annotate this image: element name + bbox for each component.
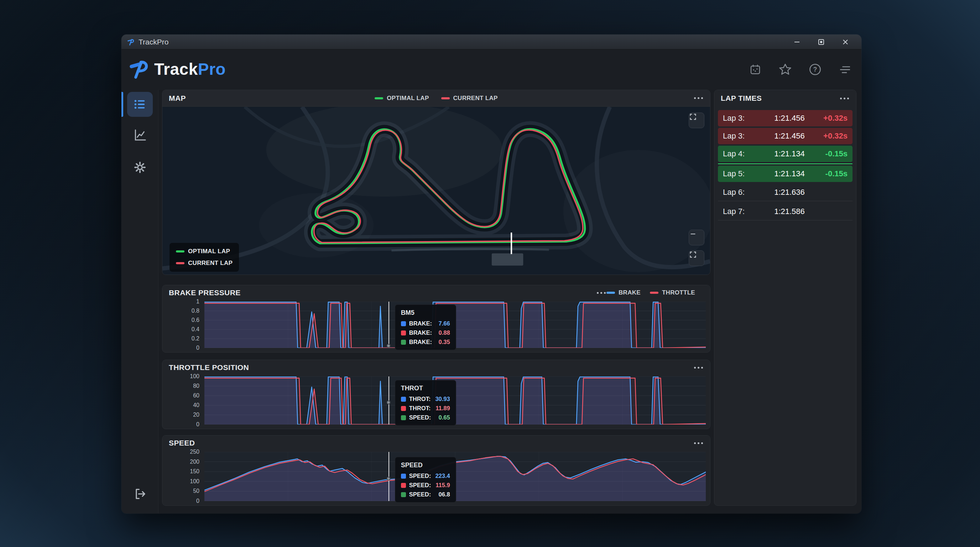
lap-row[interactable]: Lap 3:1:21.456+0.32s [718, 110, 853, 126]
menu-button[interactable] [838, 62, 852, 76]
map-panel: MAP OPTIMAL LAP CURRENT LAP [162, 90, 710, 275]
track-map-canvas[interactable]: OPTIMAL LAP CURRENT LAP [162, 107, 710, 275]
speed-y-axis: 250200150100500 [162, 452, 204, 501]
titlebar: TrackPro [121, 35, 861, 49]
speed-more-menu[interactable] [693, 439, 704, 447]
optimal-lap-label: OPTIMAL LAP [188, 248, 230, 255]
map-panel-header: MAP OPTIMAL LAP CURRENT LAP [162, 90, 710, 107]
cursor-marker [387, 400, 390, 404]
speed-chart-plot[interactable]: SPEED SPEED:223.4 SPEED:115.9 SPEED:06.8 [204, 452, 706, 501]
tooltip-title: THROT [401, 385, 450, 392]
green-swatch [401, 492, 406, 497]
maximize-icon [817, 38, 826, 46]
current-lap-swatch [176, 262, 185, 264]
trackpro-logo-icon [129, 59, 150, 80]
red-swatch [401, 483, 406, 488]
sidebar-item-telemetry[interactable] [127, 92, 153, 117]
chart-icon [133, 128, 147, 142]
map-expand-button[interactable] [689, 250, 705, 266]
session-calendar-icon [749, 63, 762, 76]
minimize-button[interactable] [787, 35, 807, 49]
throttle-y-axis: 100806040200 [162, 377, 204, 425]
fullscreen-icon [689, 113, 697, 121]
tooltip-title: BM5 [401, 309, 450, 316]
close-icon [841, 38, 850, 46]
selected-lap-divider [718, 164, 853, 164]
brake-more-menu[interactable] [596, 289, 606, 297]
green-swatch [401, 340, 406, 345]
lap-row[interactable]: Lap 7:1:21.586 [718, 203, 853, 221]
lap-row[interactable]: Lap 4:1:21.134-0.15s [718, 146, 853, 162]
telemetry-list-icon [134, 98, 146, 111]
sidebar-item-logout[interactable] [121, 487, 159, 501]
chart-cursor [388, 302, 389, 348]
favorites-button[interactable] [778, 62, 792, 76]
trackpro-window: TrackPro TrackPro [121, 35, 861, 514]
brake-panel-header: BRAKE PRESSURE BRAKE THROTTLE [162, 285, 710, 300]
active-indicator [121, 92, 123, 117]
sidebar-item-analytics[interactable] [121, 128, 159, 142]
throttle-series-label: THROTTLE [662, 289, 695, 296]
throttle-panel-header: THROTTLE POSITION [162, 360, 710, 375]
maximize-button[interactable] [811, 35, 832, 49]
lap-times-header: LAP TIMES [714, 90, 856, 107]
blue-swatch [401, 474, 406, 479]
app-logo-icon [127, 38, 135, 46]
svg-text:?: ? [813, 66, 817, 73]
start-finish-marker [511, 232, 512, 254]
map-legend: OPTIMAL LAP CURRENT LAP [162, 95, 710, 102]
throttle-chart-plot[interactable]: THROT THROT:30.93 THROT:11.89 SPEED:0.65 [204, 377, 706, 425]
speed-panel-title: SPEED [169, 439, 195, 447]
brand-logo: TrackPro [129, 59, 226, 80]
app-header: TrackPro ? [121, 49, 861, 90]
lap-row[interactable]: Lap 6:1:21.636 [718, 183, 853, 201]
app-body: MAP OPTIMAL LAP CURRENT LAP [121, 90, 861, 514]
optimal-lap-swatch [176, 250, 185, 253]
brake-legend: BRAKE THROTTLE [606, 289, 695, 296]
current-lap-label: CURRENT LAP [453, 95, 498, 102]
throttle-series-swatch [650, 292, 659, 294]
desktop-background: TrackPro TrackPro [0, 0, 980, 547]
gear-icon [133, 160, 147, 175]
map-more-menu[interactable] [693, 94, 704, 102]
brake-series-swatch [606, 292, 615, 294]
sidebar-item-settings[interactable] [121, 160, 159, 175]
lap-row[interactable]: Lap 3:1:21.456+0.32s [718, 128, 853, 144]
help-button[interactable]: ? [808, 62, 822, 76]
green-swatch [401, 415, 406, 420]
tooltip-title: SPEED [401, 461, 450, 469]
current-lap-swatch [441, 97, 450, 99]
map-fullscreen-button[interactable] [689, 113, 705, 128]
map-overlay-legend: OPTIMAL LAP CURRENT LAP [170, 243, 239, 272]
lap-times-title: LAP TIMES [721, 94, 762, 103]
throttle-more-menu[interactable] [693, 364, 704, 371]
map-title: MAP [169, 94, 186, 103]
speed-panel: SPEED 250200150100500 SPEED SPEED:223.4 … [162, 435, 710, 506]
session-button[interactable] [748, 62, 762, 76]
brake-tooltip: BM5 BRAKE:7.66 BRAKE:0.88 BRAKE:0.35 [395, 304, 456, 350]
cursor-marker [387, 343, 390, 348]
lap-row[interactable]: Lap 5:1:21.134-0.15s [718, 165, 853, 182]
throttle-panel-title: THROTTLE POSITION [169, 363, 249, 372]
titlebar-app-name: TrackPro [138, 38, 169, 46]
brake-y-axis: 10.80.60.40.20 [162, 302, 204, 348]
close-button[interactable] [835, 35, 856, 49]
cursor-marker [387, 477, 390, 481]
expand-icon [689, 251, 697, 259]
brand-pro: Pro [198, 60, 226, 78]
map-zoom-out-button[interactable] [689, 230, 705, 245]
menu-icon [838, 63, 852, 76]
brake-chart-plot[interactable]: BM5 BRAKE:7.66 BRAKE:0.88 BRAKE:0.35 [204, 302, 706, 348]
lap-times-more-menu[interactable] [839, 95, 850, 102]
brake-panel-title: BRAKE PRESSURE [169, 288, 241, 297]
minus-icon [689, 230, 697, 238]
speed-panel-header: SPEED [162, 436, 710, 450]
throttle-tooltip: THROT THROT:30.93 THROT:11.89 SPEED:0.65 [395, 380, 456, 426]
brake-series-label: BRAKE [619, 289, 641, 296]
logout-icon [133, 487, 147, 501]
pit-building [492, 253, 523, 265]
red-swatch [401, 331, 406, 336]
star-icon [778, 63, 792, 76]
red-swatch [401, 406, 406, 411]
speed-tooltip: SPEED SPEED:223.4 SPEED:115.9 SPEED:06.8 [395, 457, 456, 502]
